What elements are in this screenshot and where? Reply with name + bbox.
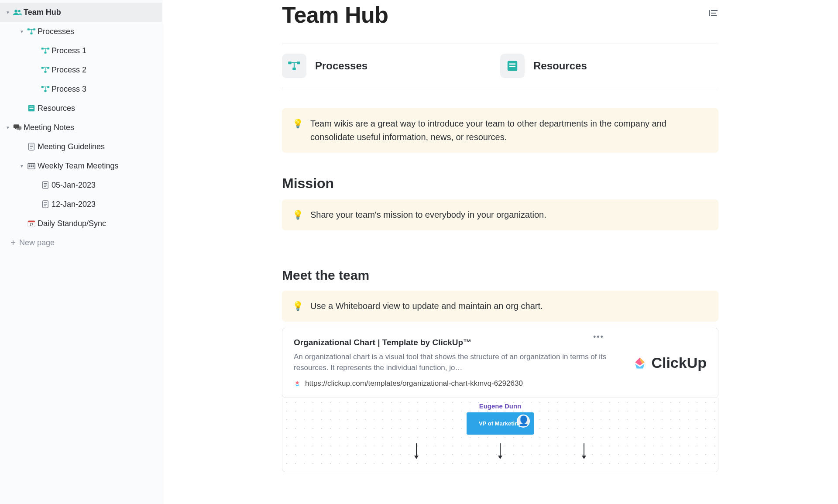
lightbulb-icon: 💡 xyxy=(292,208,303,222)
svg-rect-5 xyxy=(41,48,44,49)
sidebar-item-resources[interactable]: ▼ Resources xyxy=(0,99,162,118)
svg-rect-12 xyxy=(47,86,49,88)
document-icon xyxy=(39,181,52,189)
book-icon xyxy=(500,54,525,78)
calendar-date-icon: 17 xyxy=(25,219,38,227)
sidebar-label: Resources xyxy=(38,104,75,113)
main-content: Team Hub Processes Resources 💡 xyxy=(162,0,838,504)
org-chart-name: Eugene Dunn xyxy=(479,402,522,410)
svg-rect-48 xyxy=(509,66,515,67)
org-chart-arrows xyxy=(416,443,584,458)
caret-icon: ▼ xyxy=(18,29,25,34)
svg-text:17: 17 xyxy=(30,223,33,226)
sidebar-item-daily-standup[interactable]: ▼ 17 Daily Standup/Sync xyxy=(0,214,162,233)
plus-icon: + xyxy=(7,238,19,248)
svg-rect-21 xyxy=(28,164,35,169)
svg-rect-7 xyxy=(45,52,47,54)
bookmark-logo: ClickUp xyxy=(632,338,707,388)
sidebar-item-weekly-meetings[interactable]: ▼ Weekly Team Meetings xyxy=(0,156,162,175)
divider xyxy=(282,88,718,88)
svg-rect-13 xyxy=(45,90,47,92)
sidebar-item-meeting-notes[interactable]: ▼ Meeting Notes xyxy=(0,118,162,137)
sidebar-item-process-3[interactable]: ▼ Process 3 xyxy=(0,79,162,99)
flow-icon xyxy=(39,66,52,73)
arrow-icon xyxy=(584,443,584,458)
caret-icon: ▼ xyxy=(4,10,11,15)
svg-rect-10 xyxy=(45,71,47,73)
sidebar-item-meeting-guidelines[interactable]: ▼ Meeting Guidelines xyxy=(0,137,162,156)
sidebar-label: Process 2 xyxy=(52,65,86,75)
svg-rect-9 xyxy=(47,67,49,69)
chat-icon xyxy=(11,123,24,131)
sidebar-item-processes[interactable]: ▼ Processes xyxy=(0,22,162,41)
people-icon xyxy=(11,9,24,16)
flow-icon xyxy=(39,86,52,93)
lightbulb-icon: 💡 xyxy=(292,117,303,144)
svg-rect-16 xyxy=(30,108,34,109)
svg-rect-26 xyxy=(31,166,32,167)
sidebar-label: Process 1 xyxy=(52,46,86,55)
lightbulb-icon: 💡 xyxy=(292,299,303,313)
table-of-contents-icon[interactable] xyxy=(709,9,718,19)
caret-icon: ▼ xyxy=(4,125,11,130)
flow-icon xyxy=(39,47,52,54)
svg-point-0 xyxy=(14,10,17,13)
card-label: Resources xyxy=(533,60,587,72)
sidebar-label: Daily Standup/Sync xyxy=(38,219,106,228)
bookmark-description: An organizational chart is a visual tool… xyxy=(294,352,623,373)
bookmark-card[interactable]: ••• Organizational Chart | Template by C… xyxy=(282,328,718,398)
sidebar-label: Meeting Notes xyxy=(24,123,74,132)
svg-rect-37 xyxy=(28,221,35,223)
heading-mission: Mission xyxy=(282,175,718,192)
new-page-button[interactable]: + New page xyxy=(0,233,162,252)
svg-rect-15 xyxy=(30,106,34,107)
sidebar-item-team-hub[interactable]: ▼ Team Hub xyxy=(0,3,162,22)
svg-rect-45 xyxy=(292,68,296,70)
sidebar-label: 05-Jan-2023 xyxy=(52,181,96,190)
calendar-grid-icon xyxy=(25,162,38,169)
callout-mission: 💡 Share your team's mission to everybody… xyxy=(282,199,718,230)
book-icon xyxy=(25,104,38,112)
svg-rect-22 xyxy=(29,165,30,165)
card-label: Processes xyxy=(315,60,367,72)
sidebar-label: Process 3 xyxy=(52,85,86,94)
svg-rect-8 xyxy=(41,67,44,69)
callout-intro: 💡 Team wikis are a great way to introduc… xyxy=(282,108,718,153)
sidebar-label: Meeting Guidelines xyxy=(38,142,105,151)
sidebar-label: Processes xyxy=(38,27,74,36)
brand-name: ClickUp xyxy=(651,354,707,371)
sidebar-item-date-2[interactable]: ▼ 12-Jan-2023 xyxy=(0,195,162,214)
favicon-icon xyxy=(294,380,301,387)
svg-rect-6 xyxy=(47,48,49,49)
svg-rect-24 xyxy=(33,165,34,165)
svg-rect-11 xyxy=(41,86,44,88)
heading-meet-team: Meet the team xyxy=(282,268,718,283)
flow-icon xyxy=(25,28,38,35)
callout-text: Team wikis are a great way to introduce … xyxy=(310,117,708,144)
svg-rect-3 xyxy=(33,28,35,30)
callout-meet-team: 💡 Use a Whiteboard view to update and ma… xyxy=(282,291,718,322)
svg-point-1 xyxy=(18,10,21,12)
sidebar-item-process-2[interactable]: ▼ Process 2 xyxy=(0,60,162,79)
svg-rect-47 xyxy=(509,63,515,65)
sidebar-label: Team Hub xyxy=(24,8,61,17)
new-page-label: New page xyxy=(19,238,55,247)
bookmark-title: Organizational Chart | Template by Click… xyxy=(294,338,623,347)
whiteboard-embed[interactable]: Eugene Dunn 👤 VP of Marketing xyxy=(282,398,718,472)
callout-text: Use a Whiteboard view to update and main… xyxy=(310,299,543,313)
svg-rect-23 xyxy=(31,165,32,165)
more-icon[interactable]: ••• xyxy=(593,333,604,342)
card-processes[interactable]: Processes xyxy=(282,54,500,78)
svg-rect-27 xyxy=(33,166,34,167)
card-resources[interactable]: Resources xyxy=(500,54,718,78)
arrow-icon xyxy=(500,443,501,458)
sidebar-label: Weekly Team Meetings xyxy=(38,161,118,171)
sidebar-item-process-1[interactable]: ▼ Process 1 xyxy=(0,41,162,60)
bookmark-url: https://clickup.com/templates/organizati… xyxy=(305,379,523,388)
document-icon xyxy=(39,200,52,208)
caret-icon: ▼ xyxy=(18,164,25,168)
sidebar-item-date-1[interactable]: ▼ 05-Jan-2023 xyxy=(0,175,162,195)
sidebar: ▼ Team Hub ▼ Processes ▼ Process 1 ▼ Pro… xyxy=(0,0,162,504)
svg-rect-44 xyxy=(297,62,300,64)
page-title: Team Hub xyxy=(282,2,388,28)
